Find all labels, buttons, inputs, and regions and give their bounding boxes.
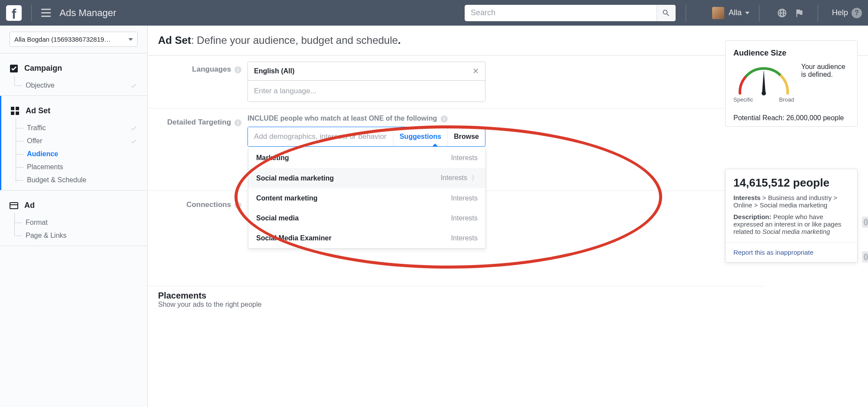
report-inappropriate-link[interactable]: Report this as inappropriate xyxy=(726,242,857,262)
include-text: INCLUDE people who match at least ONE of… xyxy=(248,115,437,122)
info-icon: i xyxy=(864,253,868,260)
suggestion-category: Interests xyxy=(451,154,478,162)
search-button[interactable] xyxy=(657,5,676,21)
suggestion-item[interactable]: Content marketingInterests xyxy=(248,188,485,208)
potential-reach-value: 26,000,000 people xyxy=(786,114,844,121)
info-icon[interactable]: i xyxy=(234,202,241,209)
potential-reach-label: Potential Reach: xyxy=(733,114,786,121)
nav-ad-label: Ad xyxy=(24,201,35,210)
nav-item-page-links[interactable]: Page & Links xyxy=(14,229,147,242)
nav-campaign-label: Campaign xyxy=(24,64,62,73)
help-question-icon: ? xyxy=(851,8,862,18)
info-icon[interactable]: i xyxy=(234,66,241,73)
account-name: Alla Bogdan (15693386732819… xyxy=(14,36,111,43)
info-peg[interactable]: i xyxy=(862,251,868,263)
globe-icon[interactable] xyxy=(777,8,787,18)
suggestion-item[interactable]: Social mediaInterests xyxy=(248,208,485,228)
divider xyxy=(818,5,818,21)
search-box xyxy=(464,4,676,22)
svg-rect-1 xyxy=(11,107,14,110)
nav-item-format[interactable]: Format xyxy=(14,216,147,229)
gauge-icon xyxy=(733,63,794,98)
account-selector[interactable]: Alla Bogdan (15693386732819… xyxy=(10,32,138,47)
language-chip: English (All) ✕ xyxy=(248,62,485,81)
interest-count: 14,615,512 xyxy=(733,176,790,189)
nav-item-label: Page & Links xyxy=(26,232,66,240)
nav-item-audience[interactable]: Audience xyxy=(16,148,147,161)
divider xyxy=(686,5,686,21)
interest-details-popup: 14,615,512 people Interests > Business a… xyxy=(725,169,858,263)
suggestion-item[interactable]: MarketingInterests xyxy=(248,148,485,168)
connections-label: Connections xyxy=(186,200,231,209)
nav-item-label: Placements xyxy=(27,163,63,171)
nav-item-budget-schedule[interactable]: Budget & Schedule xyxy=(16,174,147,187)
tab-browse[interactable]: Browse xyxy=(447,128,485,146)
flag-icon[interactable] xyxy=(794,8,805,18)
svg-rect-2 xyxy=(16,107,19,110)
divider xyxy=(759,5,759,21)
nav-item-label: Traffic xyxy=(27,124,46,132)
suggestion-category: Interests xyxy=(441,174,467,181)
search-icon xyxy=(662,9,670,17)
description-label: Description: xyxy=(733,213,772,220)
tab-suggestions[interactable]: Suggestions xyxy=(393,128,447,146)
sidebar: Alla Bogdan (15693386732819… Campaign Ob… xyxy=(0,26,148,407)
caret-down-icon xyxy=(129,38,133,41)
svg-rect-3 xyxy=(11,112,14,115)
suggestion-category: Interests xyxy=(451,214,478,222)
targeting-box: Suggestions Browse MarketingInterests xyxy=(248,127,485,147)
help-label: Help xyxy=(832,8,848,17)
suggestion-category: Interests xyxy=(451,234,478,242)
languages-label: Languages xyxy=(192,65,231,73)
check-icon xyxy=(130,82,138,89)
info-icon: i xyxy=(864,219,868,226)
chevron-right-icon: 〉 xyxy=(472,174,478,181)
suggestion-category: Interests xyxy=(451,194,478,202)
nav-item-label: Budget & Schedule xyxy=(27,176,86,184)
suggestion-item[interactable]: Social media marketingInterests〉 xyxy=(248,168,485,188)
main-content: Ad Set: Define your audience, budget and… xyxy=(148,26,868,407)
interests-label: Interests xyxy=(733,194,761,201)
language-input[interactable] xyxy=(248,81,485,102)
hamburger-menu-icon[interactable] xyxy=(41,9,51,17)
nav-item-objective[interactable]: Objective xyxy=(14,79,147,92)
suggestion-label: Marketing xyxy=(256,154,289,162)
caret-down-icon xyxy=(745,12,749,14)
caret-up-icon xyxy=(432,144,438,147)
info-icon[interactable]: i xyxy=(441,115,448,122)
info-peg[interactable]: i xyxy=(862,217,868,228)
targeting-input[interactable] xyxy=(248,127,393,146)
nav-item-traffic[interactable]: Traffic xyxy=(16,121,147,135)
language-chip-label: English (All) xyxy=(254,67,294,75)
nav-adset[interactable]: Ad Set xyxy=(1,104,147,118)
nav-campaign[interactable]: Campaign xyxy=(0,61,147,75)
audience-size-panel: Audience Size Specific Broad xyxy=(725,40,858,127)
nav-item-label: Offer xyxy=(27,137,42,145)
nav-adset-label: Ad Set xyxy=(26,106,50,115)
campaign-check-icon xyxy=(10,64,18,73)
nav-item-placements[interactable]: Placements xyxy=(16,161,147,174)
check-icon xyxy=(130,137,138,145)
header-bold: Ad Set xyxy=(158,34,191,46)
svg-point-8 xyxy=(762,91,766,95)
help-button[interactable]: Help ? xyxy=(832,8,862,18)
placements-subtitle: Show your ads to the right people xyxy=(158,301,753,309)
remove-chip-icon[interactable]: ✕ xyxy=(472,66,479,76)
suggestion-label: Content marketing xyxy=(256,194,317,202)
suggestion-item[interactable]: Social Media ExaminerInterests xyxy=(248,228,485,248)
interest-count-suffix: people xyxy=(790,176,829,189)
info-icon[interactable]: i xyxy=(234,119,241,126)
app-title: Ads Manager xyxy=(59,7,116,19)
svg-rect-5 xyxy=(10,203,18,209)
user-name: Alla xyxy=(729,8,742,17)
detailed-targeting-label: Detailed Targeting xyxy=(167,118,231,126)
nav-item-label: Format xyxy=(26,219,48,226)
search-input[interactable] xyxy=(465,8,657,17)
languages-box: English (All) ✕ xyxy=(248,62,485,102)
user-menu[interactable]: Alla xyxy=(712,7,749,19)
nav-ad[interactable]: Ad xyxy=(0,198,147,213)
audience-defined-text: Your audience is defined. xyxy=(801,63,849,79)
svg-marker-7 xyxy=(762,69,766,93)
facebook-logo-icon[interactable]: f xyxy=(6,5,22,21)
nav-item-offer[interactable]: Offer xyxy=(16,135,147,148)
